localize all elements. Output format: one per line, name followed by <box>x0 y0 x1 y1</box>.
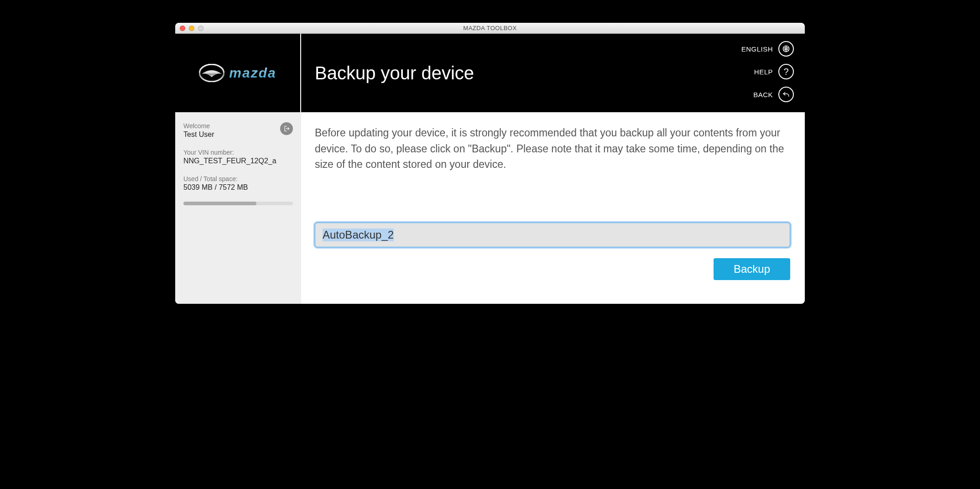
question-icon: ? <box>778 64 794 79</box>
window-title: MAZDA TOOLBOX <box>175 25 805 31</box>
titlebar: MAZDA TOOLBOX <box>175 23 805 34</box>
header-nav: ENGLISH HELP ? <box>741 41 794 102</box>
page-title: Backup your device <box>315 63 474 83</box>
back-label: BACK <box>753 91 773 99</box>
space-value: 5039 MB / 7572 MB <box>183 183 293 192</box>
help-label: HELP <box>754 68 773 76</box>
sidebar: Welcome Test User Your VIN number: NNG_T… <box>175 112 301 304</box>
minimize-window-button[interactable] <box>189 26 194 31</box>
mazda-logo: mazda <box>199 64 276 82</box>
vin-label: Your VIN number: <box>183 149 293 156</box>
storage-progress-bar <box>183 202 293 205</box>
brand-area: mazda <box>175 34 301 112</box>
app-header: mazda Backup your device ENGLISH <box>175 34 805 112</box>
welcome-label: Welcome <box>183 122 214 130</box>
window-controls <box>175 26 203 31</box>
language-label: ENGLISH <box>741 45 773 53</box>
logout-icon <box>283 125 290 132</box>
app-window: MAZDA TOOLBOX mazda <box>175 23 805 304</box>
main-content: Before updating your device, it is stron… <box>301 112 805 304</box>
language-button[interactable]: ENGLISH <box>741 41 794 57</box>
space-label: Used / Total space: <box>183 175 293 182</box>
header-main: Backup your device ENGLISH <box>301 34 805 112</box>
back-button[interactable]: BACK <box>741 87 794 102</box>
app-body: Welcome Test User Your VIN number: NNG_T… <box>175 112 805 304</box>
backup-button[interactable]: Backup <box>714 258 790 280</box>
user-name: Test User <box>183 130 214 139</box>
mazda-wing-icon <box>199 64 224 82</box>
storage-progress-fill <box>183 202 256 205</box>
backup-name-input[interactable] <box>315 223 790 247</box>
logout-button[interactable] <box>280 122 293 135</box>
globe-icon <box>778 41 794 57</box>
mazda-wordmark: mazda <box>229 65 276 81</box>
help-button[interactable]: HELP ? <box>741 64 794 79</box>
close-window-button[interactable] <box>180 26 185 31</box>
maximize-window-button[interactable] <box>198 26 203 31</box>
instructions-text: Before updating your device, it is stron… <box>315 125 790 172</box>
vin-value: NNG_TEST_FEUR_12Q2_a <box>183 157 293 165</box>
back-arrow-icon <box>778 87 794 102</box>
